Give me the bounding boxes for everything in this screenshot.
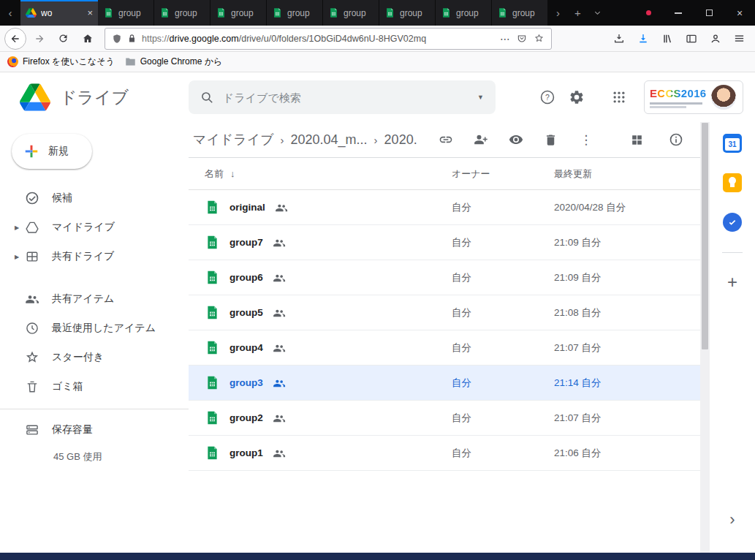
lock-icon[interactable] bbox=[127, 34, 137, 43]
tab-group-8[interactable]: group bbox=[492, 0, 548, 26]
tab-title: group bbox=[400, 8, 430, 18]
file-row-group3[interactable]: group3 自分 21:14 自分 bbox=[189, 366, 700, 401]
close-window-button[interactable]: × bbox=[724, 0, 755, 26]
tab-close-icon[interactable]: × bbox=[87, 7, 93, 18]
back-button[interactable] bbox=[4, 28, 26, 50]
info-button[interactable] bbox=[662, 126, 690, 154]
keep-icon[interactable] bbox=[723, 173, 742, 192]
account-card[interactable]: ECCS2016 bbox=[644, 80, 743, 114]
save-page-button[interactable] bbox=[607, 28, 630, 50]
tab-scroll-right-button[interactable]: › bbox=[548, 0, 568, 26]
pocket-icon[interactable] bbox=[517, 34, 527, 44]
breadcrumb-item[interactable]: 2020.04_m... bbox=[291, 132, 368, 148]
tab-group-7[interactable]: group bbox=[436, 0, 492, 26]
apps-grid-button[interactable] bbox=[604, 83, 634, 112]
tab-group-2[interactable]: group bbox=[154, 0, 210, 26]
drive-outline-icon bbox=[25, 220, 39, 235]
get-link-button[interactable] bbox=[432, 126, 460, 154]
delete-button[interactable] bbox=[537, 126, 565, 154]
calendar-icon[interactable]: 31 bbox=[723, 134, 742, 153]
list-all-tabs-button[interactable] bbox=[588, 0, 607, 26]
maximize-button[interactable] bbox=[694, 0, 724, 26]
column-modified[interactable]: 最終更新 bbox=[554, 167, 700, 181]
tab-scroll-left-button[interactable]: ‹ bbox=[0, 0, 20, 26]
file-row-group1[interactable]: group1 自分 21:06 自分 bbox=[189, 436, 700, 471]
file-row-group2[interactable]: group2 自分 21:07 自分 bbox=[189, 401, 700, 436]
companion-rail: 31 + › bbox=[710, 122, 755, 553]
eye-icon bbox=[509, 132, 523, 147]
sheets-file-icon bbox=[205, 305, 220, 320]
sidebar-item-my-drive[interactable]: ▶ マイドライブ bbox=[0, 213, 189, 242]
tracking-shield-icon[interactable] bbox=[112, 34, 122, 44]
file-row-group4[interactable]: group4 自分 21:07 自分 bbox=[189, 330, 700, 366]
bookmark-star-icon[interactable] bbox=[534, 33, 545, 44]
new-button[interactable]: 新規 bbox=[12, 134, 92, 169]
forward-button[interactable] bbox=[28, 28, 50, 50]
reload-button[interactable] bbox=[52, 28, 75, 50]
tab-active-drive[interactable]: wo × bbox=[20, 0, 98, 26]
menu-button[interactable] bbox=[728, 28, 751, 50]
breadcrumb-item[interactable]: 2020. bbox=[384, 132, 417, 148]
expand-caret-icon[interactable]: ▶ bbox=[9, 254, 25, 260]
org-badge-subtext-line bbox=[650, 102, 702, 105]
shared-people-icon bbox=[273, 236, 286, 249]
page-actions-icon[interactable]: ⋯ bbox=[500, 33, 510, 45]
tab-group-1[interactable]: group bbox=[98, 0, 154, 26]
sidebar-item-starred[interactable]: スター付き bbox=[0, 343, 189, 372]
tasks-icon[interactable] bbox=[723, 213, 742, 232]
tab-title: group bbox=[456, 8, 486, 18]
tab-group-3[interactable]: group bbox=[210, 0, 267, 26]
drive-logo-block[interactable]: ドライブ bbox=[0, 83, 189, 111]
tab-group-6[interactable]: group bbox=[379, 0, 436, 26]
grid-view-button[interactable] bbox=[623, 126, 650, 154]
search-icon[interactable] bbox=[200, 91, 214, 105]
share-button[interactable] bbox=[467, 126, 495, 154]
minimize-button[interactable] bbox=[663, 0, 694, 26]
shared-people-icon bbox=[273, 306, 286, 319]
vertical-scrollbar[interactable] bbox=[700, 122, 710, 553]
sidebar-toggle-button[interactable] bbox=[680, 28, 702, 50]
file-row-group7[interactable]: group7 自分 21:09 自分 bbox=[189, 225, 700, 260]
search-bar[interactable]: ▼ bbox=[189, 80, 496, 114]
tab-group-5[interactable]: group bbox=[323, 0, 379, 26]
downloads-button[interactable] bbox=[631, 28, 654, 50]
sidebar-item-shared-with-me[interactable]: 共有アイテム bbox=[0, 284, 189, 314]
expand-rail-button[interactable]: › bbox=[729, 510, 735, 529]
file-row-group5[interactable]: group5 自分 21:08 自分 bbox=[189, 295, 700, 330]
home-button[interactable] bbox=[76, 28, 99, 50]
search-options-caret-icon[interactable]: ▼ bbox=[477, 94, 484, 101]
expand-caret-icon[interactable]: ▶ bbox=[9, 224, 25, 231]
column-owner[interactable]: オーナー bbox=[452, 167, 554, 181]
scrollbar-thumb[interactable] bbox=[702, 123, 708, 349]
preview-button[interactable] bbox=[502, 126, 530, 154]
url-bar[interactable]: https://drive.google.com/drive/u/0/folde… bbox=[105, 28, 552, 50]
new-tab-button[interactable]: + bbox=[568, 0, 588, 26]
sidebar-item-shared-drives[interactable]: ▶ 共有ドライブ bbox=[0, 242, 189, 271]
settings-button[interactable] bbox=[562, 83, 591, 112]
column-name[interactable]: 名前 ↓ bbox=[205, 167, 452, 181]
library-button[interactable] bbox=[656, 28, 678, 50]
file-name: group2 bbox=[229, 412, 263, 423]
tab-group-4[interactable]: group bbox=[267, 0, 323, 26]
more-actions-button[interactable]: ⋮ bbox=[572, 126, 600, 154]
sidebar-item-priority[interactable]: 候補 bbox=[0, 183, 189, 213]
avatar[interactable] bbox=[711, 85, 736, 110]
file-list: original 自分 2020/04/28 自分 group7 自分 21:0… bbox=[189, 190, 700, 471]
file-row-group6[interactable]: group6 自分 21:09 自分 bbox=[189, 260, 700, 295]
drive-sidebar: 新規 候補 ▶ マイドライブ ▶ 共有ドライブ 共有アイテム bbox=[0, 122, 189, 553]
file-owner: 自分 bbox=[452, 412, 554, 425]
more-vertical-icon: ⋮ bbox=[580, 132, 592, 148]
add-addon-button[interactable]: + bbox=[727, 273, 737, 291]
sidebar-item-trash[interactable]: ゴミ箱 bbox=[0, 372, 189, 401]
file-row-original[interactable]: original 自分 2020/04/28 自分 bbox=[189, 190, 700, 225]
bookmark-folder-chrome[interactable]: Google Chrome から bbox=[125, 56, 223, 68]
breadcrumb-item[interactable]: マイドライブ bbox=[193, 131, 274, 148]
bookmark-firefox[interactable]: Firefox を使いこなそう bbox=[7, 56, 115, 68]
account-button[interactable] bbox=[704, 28, 726, 50]
sidebar-item-recent[interactable]: 最近使用したアイテム bbox=[0, 314, 189, 343]
help-button[interactable]: ? bbox=[533, 83, 562, 112]
sidebar-item-storage[interactable]: 保存容量 bbox=[0, 415, 189, 444]
search-input[interactable] bbox=[223, 91, 468, 104]
tab-title: group bbox=[512, 8, 542, 18]
storage-icon bbox=[25, 423, 39, 437]
